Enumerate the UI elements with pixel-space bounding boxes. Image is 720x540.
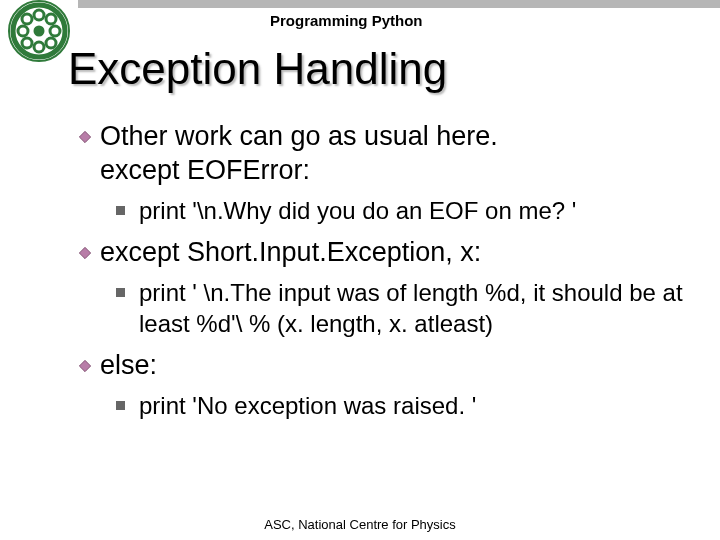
sub-bullet-2: print ' \n.The input was of length %d, i… xyxy=(116,278,690,339)
bullet-3-text: else: xyxy=(100,349,157,383)
svg-rect-13 xyxy=(79,361,90,372)
sub-bullet-1-text: print '\n.Why did you do an EOF on me? ' xyxy=(139,196,576,227)
svg-rect-11 xyxy=(79,131,90,142)
top-gradient-bar xyxy=(78,0,720,8)
bullet-1-line1: Other work can go as usual here. xyxy=(100,121,498,151)
sub-bullet-3: print 'No exception was raised. ' xyxy=(116,391,690,422)
diamond-bullet-icon xyxy=(78,246,92,260)
square-bullet-icon xyxy=(116,206,125,215)
footer-text: ASC, National Centre for Physics xyxy=(0,517,720,532)
diamond-bullet-icon xyxy=(78,359,92,373)
slide-title: Exception Handling xyxy=(68,44,447,94)
institution-logo xyxy=(8,0,70,62)
svg-point-2 xyxy=(35,27,43,35)
bullet-item-3: else: xyxy=(78,349,690,383)
bullet-1-text: Other work can go as usual here. except … xyxy=(100,120,498,188)
sub-bullet-1: print '\n.Why did you do an EOF on me? ' xyxy=(116,196,690,227)
sub-bullet-2-text: print ' \n.The input was of length %d, i… xyxy=(139,278,690,339)
bullet-item-1: Other work can go as usual here. except … xyxy=(78,120,690,188)
square-bullet-icon xyxy=(116,288,125,297)
bullet-item-2: except Short.Input.Exception, x: xyxy=(78,236,690,270)
slide-body: Other work can go as usual here. except … xyxy=(78,120,690,432)
header-title: Programming Python xyxy=(270,12,423,29)
diamond-bullet-icon xyxy=(78,130,92,144)
bullet-2-text: except Short.Input.Exception, x: xyxy=(100,236,481,270)
svg-rect-12 xyxy=(79,248,90,259)
sub-bullet-3-text: print 'No exception was raised. ' xyxy=(139,391,476,422)
bullet-1-line2: except EOFError: xyxy=(100,155,310,185)
square-bullet-icon xyxy=(116,401,125,410)
